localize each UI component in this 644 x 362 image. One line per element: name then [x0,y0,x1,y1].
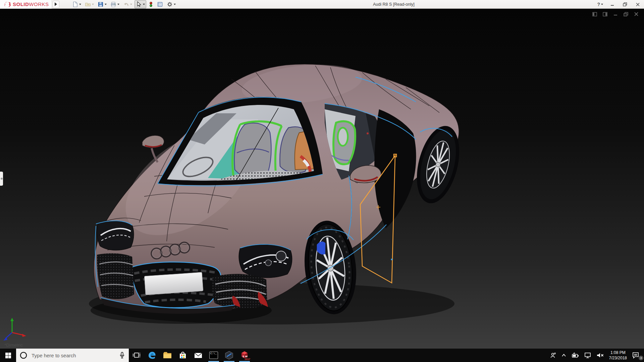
undo-button[interactable] [122,0,133,8]
store-icon [179,351,187,360]
undo-arrow-icon [123,1,129,7]
edrawings-hexagon-icon [224,351,234,360]
clock-date: 7/23/2018 [609,355,627,361]
new-document-icon [72,1,78,7]
print-icon [110,1,116,7]
people-button[interactable] [547,349,559,362]
title-bar: SOLIDWORKS [0,0,644,9]
brand-solid: SOLID [13,1,29,7]
volume-mute-icon [596,352,604,359]
action-center-icon [632,352,639,359]
chevron-up-icon [561,353,567,358]
people-icon [550,352,556,359]
print-button[interactable] [109,0,121,8]
rebuild-button[interactable] [147,0,155,8]
solidworks-logo: SOLIDWORKS [0,0,52,9]
view-orientation-label: *Dimetric [4,343,23,348]
file-explorer-icon [163,351,172,359]
close-icon [636,3,640,6]
edge-button[interactable] [144,349,160,362]
window-controls: ? [597,0,641,9]
windows-logo-icon [5,353,11,358]
command-prompt-icon: C:\_ [209,352,218,359]
network-button[interactable] [582,349,594,362]
task-view-button[interactable] [129,349,144,362]
brand-text: SOLIDWORKS [13,1,49,7]
pane-right-button[interactable] [602,11,608,17]
pane-left-button[interactable] [592,11,598,17]
feature-pane-collapsed-tab[interactable] [0,172,3,186]
pane-right-icon [603,12,607,16]
doc-restore-button[interactable] [623,11,629,17]
doc-restore-icon [624,12,628,16]
dassault-3ds-icon [3,1,11,7]
solidworks-2017-icon: S W 2017 [239,350,250,360]
document-window-controls [592,11,639,17]
taskbar-spacer [252,349,547,362]
save-floppy-icon [98,1,104,7]
doc-close-icon [634,12,638,16]
volume-button[interactable] [594,349,606,362]
minimize-button[interactable] [608,1,616,8]
save-button[interactable] [96,0,108,8]
mail-icon [194,352,203,359]
edrawings-button[interactable] [221,349,237,362]
pane-left-icon [592,12,597,16]
open-button[interactable] [84,0,95,8]
triad-x-axis-icon [22,334,26,337]
microphone-icon[interactable] [119,352,125,359]
rebuild-traffic-light-icon [149,1,153,7]
select-cursor-icon [136,1,142,7]
action-center-button[interactable]: 3 [630,349,644,362]
battery-button[interactable] [569,349,582,362]
clock-time: 1:08 PM [609,350,627,355]
graphics-area[interactable]: *Dimetric [0,9,644,349]
select-tool-button[interactable] [135,0,146,8]
tray-overflow-button[interactable] [559,349,569,362]
system-tray: 1:08 PM 7/23/2018 3 [547,349,644,362]
search-input[interactable] [31,352,115,359]
restore-icon [623,2,627,6]
taskbar-search-box[interactable] [16,349,129,362]
pane-tab-dot-icon [1,178,3,180]
brand-works: WORKS [29,1,49,7]
help-glyph: ? [597,2,600,7]
document-title: Audi R8 S [Read-only] [373,0,415,9]
clock[interactable]: 1:08 PM 7/23/2018 [606,349,630,362]
restore-button[interactable] [621,1,629,8]
svg-text:S: S [243,355,245,358]
store-button[interactable] [175,349,191,362]
command-prompt-button[interactable]: C:\_ [206,349,221,362]
start-button[interactable] [0,349,16,362]
quick-access-toolbar [71,0,177,8]
new-document-button[interactable] [71,0,83,8]
orientation-triad [1,316,30,344]
open-folder-icon [85,1,91,7]
mail-button[interactable] [191,349,206,362]
command-prompt-glyph: C:\ [210,352,215,355]
options-gear-icon [167,1,173,7]
car-model-audi-r8 [0,9,644,349]
solidworks-window: SOLIDWORKS [0,0,644,362]
doc-minimize-button[interactable] [612,11,619,17]
edge-icon [148,351,156,360]
menu-flyout-arrow-button[interactable] [53,1,59,8]
close-button[interactable] [634,1,641,8]
display-pane-icon [157,1,163,7]
triad-y-axis-icon [10,318,14,321]
flyout-arrow-icon [55,2,57,6]
windows-taskbar: C:\_ S W 2017 [0,349,644,362]
network-icon [584,352,591,359]
file-explorer-button[interactable] [160,349,175,362]
minimize-icon [610,3,614,6]
doc-close-button[interactable] [633,11,639,17]
cortana-icon [19,351,28,359]
help-dropdown-icon [601,4,603,5]
help-button[interactable]: ? [597,2,603,7]
task-view-icon [132,352,141,359]
solidworks-2017-button[interactable]: S W 2017 [237,349,252,362]
options-button[interactable] [165,0,177,8]
doc-minimize-icon [613,12,618,16]
battery-power-icon [571,352,579,359]
display-pane-button[interactable] [156,0,164,8]
